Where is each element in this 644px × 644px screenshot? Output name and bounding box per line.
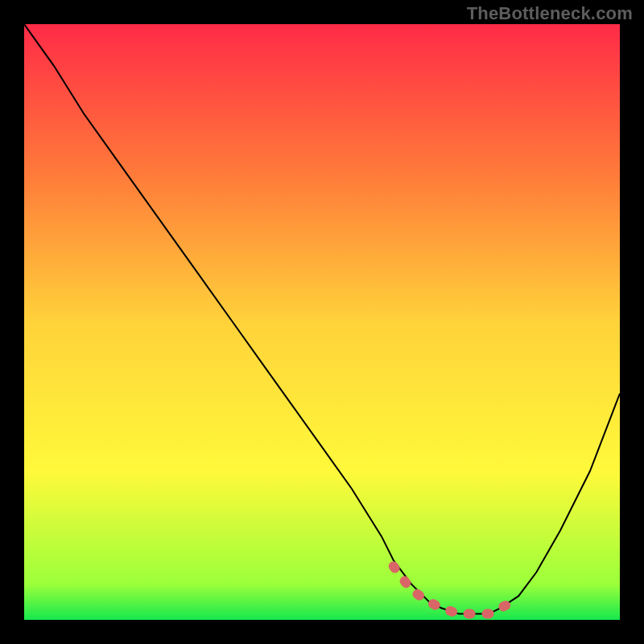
chart-frame: TheBottleneck.com xyxy=(0,0,644,644)
plot-svg xyxy=(24,24,620,620)
watermark-text: TheBottleneck.com xyxy=(467,3,633,24)
bottleneck-curve-plot xyxy=(24,24,620,620)
gradient-background xyxy=(24,24,620,620)
